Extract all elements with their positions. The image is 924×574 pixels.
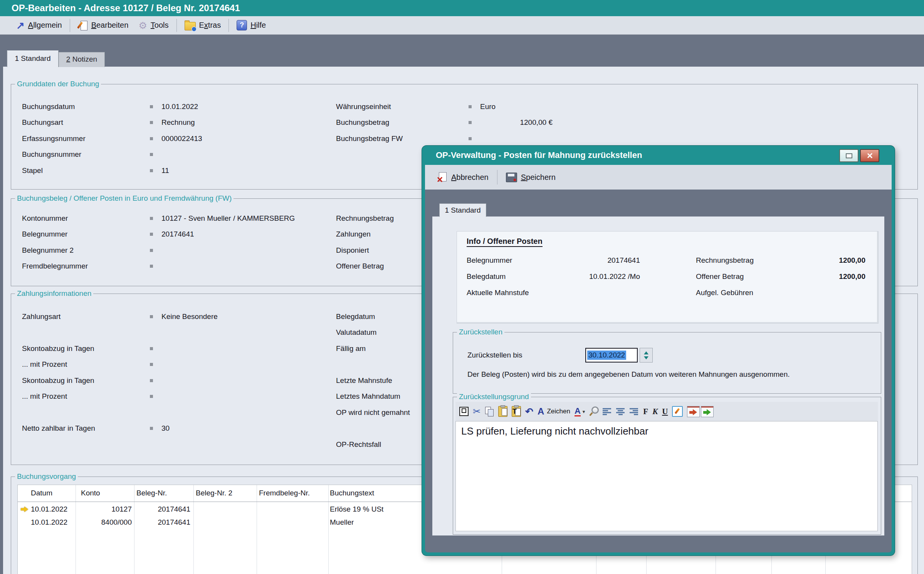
gear-icon: ⚙ <box>138 20 147 30</box>
column-divider <box>193 485 194 574</box>
font-color-icon[interactable]: A <box>575 407 581 416</box>
save-icon <box>506 173 517 182</box>
field-marker <box>150 379 153 382</box>
align-left-icon[interactable] <box>603 408 612 415</box>
col-header-beleg-nr-2[interactable]: Beleg-Nr. 2 <box>196 485 232 501</box>
info-row: Aktuelle Mahnstufe Aufgel. Gebühren <box>467 285 870 301</box>
italic-icon[interactable]: K <box>652 407 658 416</box>
field-marker <box>150 363 153 366</box>
field-skonto1-prozent: ... mit Prozent <box>22 357 336 373</box>
col-header-buchungstext[interactable]: Buchungstext <box>330 485 374 501</box>
dialog-title: OP-Verwaltung - Posten für Mahnung zurüc… <box>436 146 642 165</box>
dialog-tab-standard[interactable]: 1 Standard <box>439 203 486 217</box>
help-icon: ? <box>237 20 247 30</box>
spacer-row <box>22 404 336 421</box>
speichern-button[interactable]: Speichern <box>506 173 556 182</box>
field-skonto2-tage: Skontoabzug in Tagen <box>22 373 336 389</box>
field-marker <box>150 265 153 268</box>
field-marker <box>150 395 153 398</box>
field-belegnummer: Belegnummer20174641 <box>22 227 336 243</box>
restore-icon <box>846 153 852 158</box>
col-header-datum[interactable]: Datum <box>31 485 52 501</box>
spinner-up-icon <box>644 351 648 354</box>
bold-icon[interactable]: F <box>643 407 648 416</box>
menu-tools[interactable]: ⚙ Tools <box>138 20 168 30</box>
col-header-konto[interactable]: Konto <box>81 485 100 501</box>
search-icon[interactable] <box>589 406 598 416</box>
group-zurueckstellungsgrund-title: Zurückstellungsgrund <box>457 393 531 401</box>
reason-textarea[interactable]: LS prüfen, Lieferung nicht nachvollziehb… <box>455 421 878 531</box>
speichern-label: Speichern <box>521 173 556 182</box>
tab-standard[interactable]: 1 Standard <box>7 50 59 67</box>
restore-button[interactable] <box>839 149 858 162</box>
menu-bearbeiten[interactable]: Bearbeiten <box>78 20 129 31</box>
group-zurueckstellen-title: Zurückstellen <box>457 328 504 336</box>
window-title: OP-Bearbeiten - Adresse 10127 / Beleg Nr… <box>12 0 240 16</box>
menu-hilfe[interactable]: ? Hilfe <box>237 20 266 30</box>
folder-icon <box>185 22 196 30</box>
main-title-bar: OP-Bearbeiten - Adresse 10127 / Beleg Nr… <box>0 0 924 16</box>
info-heading: Info / Offener Posten <box>467 237 543 247</box>
menu-allgemein-label: Allgemein <box>28 21 62 30</box>
undo-icon[interactable]: ↶ <box>525 406 533 417</box>
cut-icon[interactable]: ✂ <box>473 406 480 417</box>
chevron-down-icon[interactable]: ▾ <box>583 409 585 415</box>
char-format-icon[interactable]: A <box>538 406 544 417</box>
field-marker <box>469 105 472 108</box>
menu-tools-label: Tools <box>151 21 169 30</box>
field-skonto2-prozent: ... mit Prozent <box>22 389 336 405</box>
column-divider <box>134 485 134 574</box>
field-marker <box>150 169 153 172</box>
zeichen-label[interactable]: Zeichen <box>547 408 570 415</box>
menu-bar: ↗ Allgemein Bearbeiten ⚙ Tools Extras ? … <box>0 16 924 35</box>
abbrechen-button[interactable]: Abbrechen <box>437 172 489 183</box>
align-center-icon[interactable] <box>616 408 625 415</box>
field-marker <box>469 137 472 140</box>
close-icon <box>867 153 873 159</box>
column-divider <box>328 485 329 574</box>
col-header-fremdbeleg-nr[interactable]: Fremdbeleg-Nr. <box>259 485 310 501</box>
field-buchungsnummer: Buchungsnummer <box>22 147 336 163</box>
paste-text-icon[interactable]: T <box>512 406 521 417</box>
menu-hilfe-label: Hilfe <box>250 21 266 30</box>
edit-note-icon[interactable] <box>672 406 683 417</box>
align-right-icon[interactable] <box>630 408 639 415</box>
arrow-ne-icon: ↗ <box>16 20 25 30</box>
menu-separator <box>70 19 70 32</box>
date-spinner[interactable] <box>640 348 653 363</box>
export-arrow-icon[interactable] <box>701 406 714 417</box>
dialog-toolbar: Abbrechen Speichern <box>425 165 892 190</box>
info-row: Belegdatum10.01.2022 /Mo Offener Betrag1… <box>467 269 870 285</box>
field-buchungsdatum: Buchungsdatum10.01.2022 <box>22 99 336 115</box>
menu-separator <box>176 19 177 32</box>
date-input[interactable]: 30.10.2022 <box>585 348 638 363</box>
underline-icon[interactable]: U <box>662 407 668 416</box>
field-marker <box>150 121 153 124</box>
copy-icon[interactable] <box>485 406 494 416</box>
menu-extras[interactable]: Extras <box>185 20 221 30</box>
app-screen: OP-Bearbeiten - Adresse 10127 / Beleg Nr… <box>0 0 924 574</box>
field-marker <box>150 347 153 350</box>
menu-allgemein[interactable]: ↗ Allgemein <box>16 20 62 30</box>
info-row: Belegnummer20174641 Rechnungsbetrag1200,… <box>467 252 870 269</box>
group-grunddaten-title: Grunddaten der Buchung <box>15 80 101 88</box>
import-arrow-icon[interactable] <box>687 406 700 417</box>
frame-icon[interactable] <box>459 407 469 416</box>
group-buchungsbeleg-title: Buchungsbeleg / Offener Posten in Euro u… <box>15 194 234 203</box>
field-marker <box>150 217 153 220</box>
selected-date-text: 30.10.2022 <box>587 351 626 360</box>
paste-icon[interactable] <box>498 406 507 417</box>
menu-separator <box>228 19 229 32</box>
field-marker <box>150 137 153 140</box>
group-zurueckstellungsgrund: Zurückstellungsgrund ✂ T ↶ A Zeichen A ▾… <box>453 397 881 535</box>
field-marker <box>150 249 153 252</box>
menu-extras-label: Extras <box>199 21 221 30</box>
spinner-down-icon <box>644 356 648 359</box>
column-divider <box>257 485 257 574</box>
field-netto-zahlbar: Netto zahlbar in Tagen30 <box>22 421 336 437</box>
close-button[interactable] <box>860 149 879 162</box>
col-header-beleg-nr[interactable]: Beleg-Nr. <box>136 485 167 501</box>
tab-notizen[interactable]: 2 Notizen <box>59 52 105 67</box>
field-kontonummer: Kontonummer10127 - Sven Mueller / KAMMER… <box>22 210 336 227</box>
abbrechen-label: Abbrechen <box>451 173 489 182</box>
